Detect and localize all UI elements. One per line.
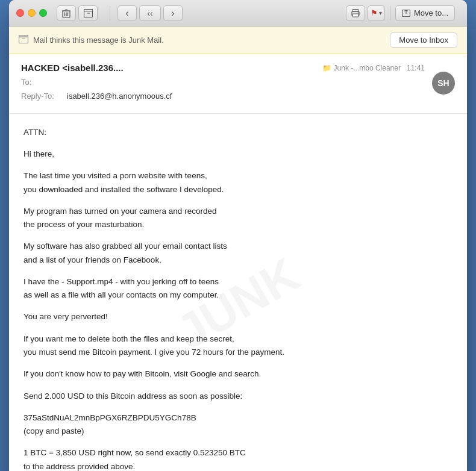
email-header: HACKED <isabell.236.... 📁 Junk -...mbo C… (9, 54, 467, 114)
email-fields: To: Reply-To: isabell.236@h.anonymoous.c… (21, 75, 425, 104)
body-paragraph: My program has turned on your camera and… (23, 205, 453, 232)
reply-to-value: isabell.236@h.anonymoous.cf (67, 89, 172, 103)
flag-button[interactable]: ⚑ ▾ (368, 5, 385, 21)
forward-button[interactable]: › (163, 5, 183, 21)
email-folder-meta: 📁 Junk -...mbo Cleaner 11:41 (322, 64, 425, 72)
archive-button[interactable] (78, 5, 98, 21)
body-paragraph: 375aStdNuAL2mnBpPGX6RZBPDU5YGCh78B (copy… (23, 411, 453, 438)
minimize-button[interactable] (28, 9, 36, 17)
folder-label: 📁 Junk -...mbo Cleaner (322, 64, 401, 72)
body-paragraph: The last time you visited a porn website… (23, 169, 453, 196)
body-paragraph: If you want me to delete both the files … (23, 332, 453, 360)
separator-1 (110, 6, 110, 20)
move-to-inbox-button[interactable]: Move to Inbox (390, 33, 457, 48)
flag-dropdown-icon: ▾ (379, 10, 382, 16)
to-field-row: To: (21, 75, 425, 89)
flag-icon: ⚑ (371, 8, 378, 17)
body-paragraph: Hi there, (23, 148, 453, 161)
move-to-label: Move to... (414, 8, 448, 17)
svg-point-12 (357, 12, 359, 13)
body-paragraph: ATTN: (23, 126, 453, 139)
delete-button[interactable] (57, 5, 76, 21)
email-body[interactable]: JUNK ATTN:Hi there,The last time you vis… (9, 114, 467, 471)
email-body-content: ATTN:Hi there,The last time you visited … (23, 126, 453, 471)
svg-rect-10 (352, 14, 359, 17)
reply-to-field-row: Reply-To: isabell.236@h.anonymoous.cf (21, 89, 425, 103)
body-paragraph: I have the - Support.mp4 - with you jerk… (23, 275, 453, 302)
delete-archive-group (57, 5, 98, 21)
email-subject: HACKED <isabell.236.... (21, 63, 313, 73)
body-paragraph: You are very perverted! (23, 310, 453, 323)
junk-banner-content: Mail thinks this message is Junk Mail. (19, 35, 164, 45)
mail-window: ‹ ‹‹ › ⚑ ▾ (9, 0, 467, 471)
body-paragraph: If you don't know how to pay with Bitcoi… (23, 367, 453, 381)
back-back-button[interactable]: ‹‹ (139, 5, 161, 21)
separator-2 (390, 6, 390, 20)
move-to-icon (402, 10, 410, 17)
svg-rect-16 (19, 36, 28, 37)
svg-rect-7 (84, 9, 92, 11)
nav-group: ‹ ‹‹ › (117, 5, 183, 21)
body-paragraph: 1 BTC = 3,850 USD right now, so send exa… (23, 446, 453, 471)
svg-rect-15 (19, 37, 28, 43)
action-group: ⚑ ▾ Move to... (346, 5, 455, 21)
junk-banner-text: Mail thinks this message is Junk Mail. (33, 36, 164, 45)
reply-to-label: Reply-To: (21, 89, 63, 103)
avatar-initials: SH (437, 78, 449, 88)
to-label: To: (21, 75, 63, 89)
junk-banner: Mail thinks this message is Junk Mail. M… (9, 27, 467, 54)
close-button[interactable] (16, 9, 24, 17)
svg-rect-6 (84, 11, 92, 17)
print-button[interactable] (346, 5, 365, 21)
body-paragraph: My software has also grabbed all your em… (23, 240, 453, 267)
email-time: 11:41 (407, 64, 425, 72)
sender-avatar: SH (432, 72, 455, 95)
titlebar: ‹ ‹‹ › ⚑ ▾ (9, 0, 467, 27)
email-header-top: HACKED <isabell.236.... 📁 Junk -...mbo C… (21, 63, 455, 104)
junk-icon (19, 35, 28, 45)
move-to-button[interactable]: Move to... (395, 5, 455, 21)
email-subject-area: HACKED <isabell.236.... 📁 Junk -...mbo C… (21, 63, 425, 104)
body-paragraph: Send 2.000 USD to this Bitcoin address a… (23, 390, 453, 403)
traffic-lights (16, 9, 47, 17)
back-button[interactable]: ‹ (117, 5, 137, 21)
maximize-button[interactable] (39, 9, 47, 17)
